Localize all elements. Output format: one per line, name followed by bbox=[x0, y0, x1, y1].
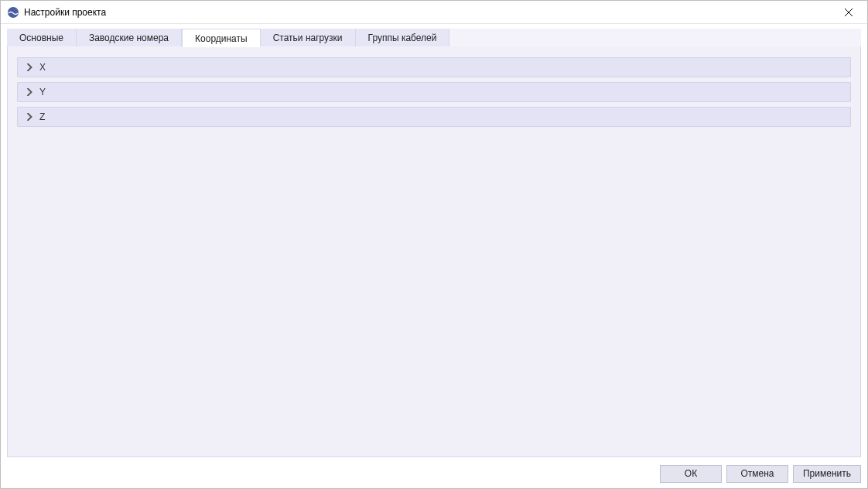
accordion-row-z[interactable]: Z bbox=[17, 107, 851, 127]
accordion-row-x[interactable]: X bbox=[17, 57, 851, 77]
project-settings-dialog: Настройки проекта Основные Заводские ном… bbox=[0, 0, 868, 489]
apply-button[interactable]: Применить bbox=[793, 465, 861, 483]
accordion-label: Y bbox=[39, 87, 46, 97]
cancel-button[interactable]: Отмена bbox=[726, 465, 788, 483]
chevron-right-icon bbox=[26, 63, 33, 71]
close-button[interactable] bbox=[833, 2, 864, 23]
titlebar: Настройки проекта bbox=[1, 1, 867, 24]
ok-button[interactable]: ОК bbox=[660, 465, 722, 483]
chevron-right-icon bbox=[26, 113, 33, 121]
window-title: Настройки проекта bbox=[24, 7, 833, 18]
accordion-label: X bbox=[39, 62, 46, 73]
tab-content-coordinates: X Y Z bbox=[7, 46, 861, 457]
tabstrip: Основные Заводские номера Координаты Ста… bbox=[7, 29, 861, 47]
tab-coordinates[interactable]: Координаты bbox=[182, 29, 261, 47]
dialog-body: Основные Заводские номера Координаты Ста… bbox=[1, 24, 867, 462]
tab-load-types[interactable]: Статьи нагрузки bbox=[261, 29, 356, 47]
tabstrip-filler bbox=[449, 29, 861, 47]
accordion-row-y[interactable]: Y bbox=[17, 82, 851, 102]
close-icon bbox=[845, 9, 853, 16]
tab-serial-numbers[interactable]: Заводские номера bbox=[77, 29, 182, 47]
chevron-right-icon bbox=[26, 88, 33, 96]
dialog-footer: ОК Отмена Применить bbox=[1, 462, 867, 488]
accordion-label: Z bbox=[39, 111, 45, 122]
app-icon bbox=[7, 6, 19, 19]
tab-basic[interactable]: Основные bbox=[7, 29, 77, 47]
tab-cable-groups[interactable]: Группы кабелей bbox=[356, 29, 450, 47]
